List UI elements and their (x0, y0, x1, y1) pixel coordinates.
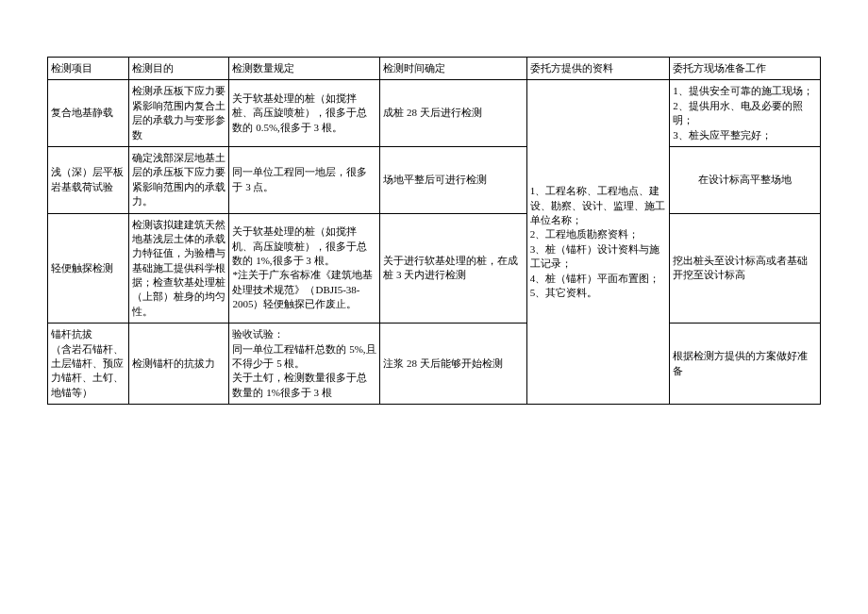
cell-timing: 关于进行软基处理的桩，在成桩 3 天内进行检测 (380, 213, 527, 324)
table-header-row: 检测项目 检测目的 检测数量规定 检测时间确定 委托方提供的资料 委托方现场准备… (48, 58, 821, 80)
header-item: 检测项目 (48, 58, 129, 80)
cell-timing: 场地平整后可进行检测 (380, 146, 527, 213)
header-purpose: 检测目的 (128, 58, 228, 80)
cell-item: 浅（深）层平板岩基载荷试验 (48, 146, 129, 213)
cell-preparation: 1、提供安全可靠的施工现场；2、提供用水、电及必要的照明；3、桩头应平整完好； (670, 80, 821, 147)
header-preparation: 委托方现场准备工作 (670, 58, 821, 80)
table-row: 复合地基静载 检测承压板下应力要紧影响范围内复合土层的承载力与变形参数 关于软基… (48, 80, 821, 147)
cell-item: 复合地基静载 (48, 80, 129, 147)
cell-purpose: 确定浅部深层地基土层的承压板下应力要紧影响范围内的承载力。 (128, 146, 228, 213)
table-row: 浅（深）层平板岩基载荷试验 确定浅部深层地基土层的承压板下应力要紧影响范围内的承… (48, 146, 821, 213)
cell-timing: 成桩 28 天后进行检测 (380, 80, 527, 147)
inspection-table: 检测项目 检测目的 检测数量规定 检测时间确定 委托方提供的资料 委托方现场准备… (47, 57, 821, 405)
cell-preparation: 根据检测方提供的方案做好准备 (670, 324, 821, 405)
cell-quantity: 同一单位工程同一地层，很多于 3 点。 (229, 146, 380, 213)
cell-purpose: 检测该拟建建筑天然地基浅层土体的承载力特征值，为验槽与基础施工提供科学根据；检查… (128, 213, 228, 324)
cell-quantity: 关于软基处理的桩（如搅拌机、高压旋喷桩），很多于总数的 1%,很多于 3 根。*… (229, 213, 380, 324)
cell-item: 锚杆抗拔（含岩石锚杆、土层锚杆、预应力锚杆、土钉、地锚等） (48, 324, 129, 405)
header-timing: 检测时间确定 (380, 58, 527, 80)
cell-quantity: 验收试验：同一单位工程锚杆总数的 5%,且不得少于 5 根。关于土钉，检测数量很… (229, 324, 380, 405)
table-row: 轻便触探检测 检测该拟建建筑天然地基浅层土体的承载力特征值，为验槽与基础施工提供… (48, 213, 821, 324)
table-row: 锚杆抗拔（含岩石锚杆、土层锚杆、预应力锚杆、土钉、地锚等） 检测锚杆的抗拔力 验… (48, 324, 821, 405)
cell-preparation: 在设计标高平整场地 (670, 146, 821, 213)
cell-preparation: 挖出桩头至设计标高或者基础开挖至设计标高 (670, 213, 821, 324)
cell-quantity: 关于软基处理的桩（如搅拌桩、高压旋喷桩），很多于总数的 0.5%,很多于 3 根… (229, 80, 380, 147)
cell-timing: 注浆 28 天后能够开始检测 (380, 324, 527, 405)
cell-purpose: 检测锚杆的抗拔力 (128, 324, 228, 405)
cell-purpose: 检测承压板下应力要紧影响范围内复合土层的承载力与变形参数 (128, 80, 228, 147)
cell-item: 轻便触探检测 (48, 213, 129, 324)
header-quantity: 检测数量规定 (229, 58, 380, 80)
cell-materials-shared: 1、工程名称、工程地点、建设、勘察、设计、监理、施工单位名称；2、工程地质勘察资… (526, 80, 670, 405)
header-materials: 委托方提供的资料 (526, 58, 670, 80)
